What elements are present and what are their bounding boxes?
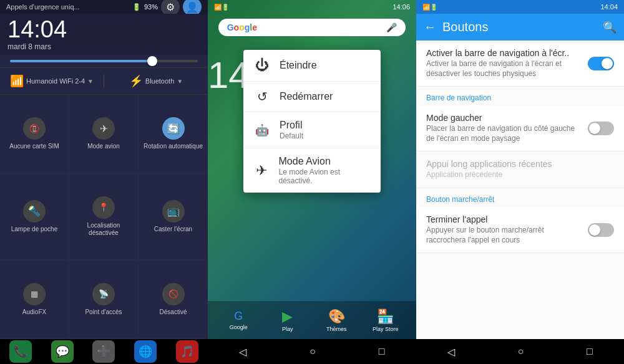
nav-home-btn[interactable]: ○ <box>310 346 316 357</box>
location-label: Localisation désactivée <box>72 222 135 237</box>
rotation-label: Rotation automatique <box>144 143 203 150</box>
settings-panel: 📶🔋 14:04 ← Boutons 🔍 Activer la barre de… <box>416 0 624 364</box>
disabled-label: Désactivé <box>160 309 187 316</box>
airplane-mode-label: Mode Avion <box>279 156 371 167</box>
notification-text: Appels d'urgence uniq... <box>6 3 80 11</box>
current-date: mardi 8 mars <box>7 42 67 51</box>
bt-arrow-icon: ▼ <box>177 78 183 85</box>
panel1-navbar: 📞 💬 ➕ 🌐 🎵 <box>0 339 208 364</box>
app-music[interactable]: 🎵 <box>176 340 198 363</box>
settings-nav-recents[interactable]: □ <box>587 346 593 357</box>
search-icon[interactable]: 🔍 <box>603 21 617 34</box>
section-header-power-btn: Bouton marche/arrêt <box>416 188 624 207</box>
wifi-toggle[interactable]: 📶 Humanoid WiFi 2-4 ▼ <box>0 72 104 90</box>
no-sim-icon: 📵 <box>23 117 46 140</box>
wifi-arrow-icon: ▼ <box>87 78 94 85</box>
airplane-mode-sub: Le mode Avion est désactivé. <box>279 168 371 185</box>
battery-icon: 🔋 <box>132 3 141 11</box>
toggle-thumb-3 <box>589 224 600 236</box>
flashlight-label: Lampe de poche <box>11 226 58 233</box>
brightness-track[interactable] <box>10 60 198 62</box>
airplane-icon: ✈ <box>92 117 115 140</box>
enable-navbar-toggle[interactable] <box>588 57 614 70</box>
enable-navbar-title: Activer la barre de navigation à l'écr.. <box>426 48 582 58</box>
dock-app-themes[interactable]: 🎨 Thèmes <box>323 306 351 334</box>
hotspot-label: Point d'accès <box>85 309 122 316</box>
toggle-thumb-2 <box>589 123 600 134</box>
cast-icon: 📺 <box>162 200 185 223</box>
setting-left-mode[interactable]: Mode gaucher Placer la barre de navigati… <box>416 105 624 151</box>
power-menu-restart[interactable]: ↺ Redémarrer <box>243 82 381 112</box>
notification-panel: Appels d'urgence uniq... 🔋 93% ⚙ 👤 14:04… <box>0 0 208 364</box>
setting-end-call[interactable]: Terminer l'appel Appuyer sur le bouton m… <box>416 207 624 253</box>
bluetooth-toggle[interactable]: ⚡ Bluetooth ▼ <box>104 72 208 90</box>
app-add[interactable]: ➕ <box>92 340 115 363</box>
quick-tile-rotation[interactable]: 🔄 Rotation automatique <box>139 95 208 174</box>
settings-nav-home[interactable]: ○ <box>518 346 524 357</box>
quick-tile-hotspot[interactable]: 📡 Point d'accès <box>69 260 139 339</box>
time-block: 14:04 mardi 8 mars <box>7 17 67 51</box>
dock-app-google[interactable]: G Google <box>225 306 253 334</box>
power-menu-shutdown[interactable]: ⏻ Éteindre <box>243 50 381 82</box>
brightness-thumb[interactable] <box>147 56 157 66</box>
rotation-icon: 🔄 <box>162 117 185 140</box>
power-menu: ⏻ Éteindre ↺ Redémarrer 🤖 Profil Default… <box>243 50 381 193</box>
page-title: Boutons <box>442 20 597 34</box>
brightness-slider-row <box>0 55 208 67</box>
dock-app-play[interactable]: ▶ Play <box>273 306 301 334</box>
nav-back-btn[interactable]: ◁ <box>239 346 246 358</box>
quick-settings-grid: 📵 Aucune carte SIM ✈ Mode avion 🔄 Rotati… <box>0 94 208 339</box>
settings-content: Activer la barre de navigation à l'écr..… <box>416 41 624 339</box>
enable-navbar-sub: Activer la barre de navigation à l'écran… <box>426 59 582 79</box>
section-power-label: Bouton marche/arrêt <box>426 195 494 204</box>
app-phone[interactable]: 📞 <box>9 340 32 363</box>
wifi-label: Humanoid WiFi 2-4 <box>26 77 85 85</box>
quick-tile-audiofx[interactable]: ▦ AudioFX <box>0 260 69 339</box>
recent-apps-sub: Application précédente <box>426 170 614 180</box>
quick-tile-flashlight[interactable]: 🔦 Lampe de poche <box>0 174 69 261</box>
home-screen-panel: 📶🔋 14:06 Google 🎤 14:06 G Google ▶ Play <box>208 0 416 364</box>
audiofx-icon: ▦ <box>23 283 46 305</box>
dock-app-playstore[interactable]: 🏪 Play Store <box>371 306 399 334</box>
home-time: 14:06 <box>392 3 410 11</box>
settings-toolbar: ← Boutons 🔍 <box>416 14 624 41</box>
quick-tile-disabled[interactable]: 🚫 Désactivé <box>139 260 208 339</box>
current-time: 14:04 <box>7 17 67 41</box>
power-menu-profile[interactable]: 🤖 Profil Default <box>243 112 381 148</box>
google-search-bar[interactable]: Google 🎤 <box>218 19 406 36</box>
wifi-bluetooth-row: 📶 Humanoid WiFi 2-4 ▼ ⚡ Bluetooth ▼ <box>0 67 208 94</box>
quick-tile-location[interactable]: 📍 Localisation désactivée <box>69 174 139 261</box>
settings-nav-back[interactable]: ◁ <box>447 346 455 358</box>
app-messages[interactable]: 💬 <box>51 340 74 363</box>
bluetooth-label: Bluetooth <box>145 77 174 85</box>
home-status-bar: 📶🔋 14:06 <box>208 0 416 14</box>
quick-tile-no-sim[interactable]: 📵 Aucune carte SIM <box>0 95 69 174</box>
section-navbar-label: Barre de navigation <box>426 93 491 102</box>
power-menu-airplane[interactable]: ✈ Mode Avion Le mode Avion est désactivé… <box>243 148 381 193</box>
home-status-icons-left: 📶🔋 <box>214 4 229 11</box>
location-icon: 📍 <box>92 196 115 219</box>
shutdown-label: Éteindre <box>280 60 317 71</box>
setting-enable-navbar[interactable]: Activer la barre de navigation à l'écr..… <box>416 41 624 87</box>
notification-header: 14:04 mardi 8 mars <box>0 14 208 55</box>
app-browser[interactable]: 🌐 <box>134 340 157 363</box>
quick-tile-cast[interactable]: 📺 Caster l'écran <box>139 174 208 261</box>
end-call-title: Terminer l'appel <box>426 214 582 224</box>
airplane-label: Mode avion <box>87 143 120 150</box>
no-sim-label: Aucune carte SIM <box>9 143 59 150</box>
end-call-toggle[interactable] <box>588 223 614 237</box>
setting-recent-apps: Appui long applications récentes Applica… <box>416 151 624 188</box>
left-mode-toggle[interactable] <box>588 122 614 135</box>
flashlight-icon: 🔦 <box>23 200 46 223</box>
google-logo: Google <box>227 22 257 32</box>
end-call-sub: Appuyer sur le bouton marche/arrêt raccr… <box>426 226 582 245</box>
profile-sub: Default <box>280 132 303 140</box>
back-button[interactable]: ← <box>424 20 436 34</box>
brightness-fill <box>10 60 151 62</box>
left-mode-sub: Placer la barre de navigation du côté ga… <box>426 124 582 143</box>
home-dock: G Google ▶ Play 🎨 Thèmes 🏪 Play Store <box>208 301 416 339</box>
toggle-thumb <box>602 58 613 69</box>
nav-recents-btn[interactable]: □ <box>379 346 385 357</box>
mic-icon[interactable]: 🎤 <box>386 22 397 32</box>
quick-tile-airplane[interactable]: ✈ Mode avion <box>69 95 139 174</box>
